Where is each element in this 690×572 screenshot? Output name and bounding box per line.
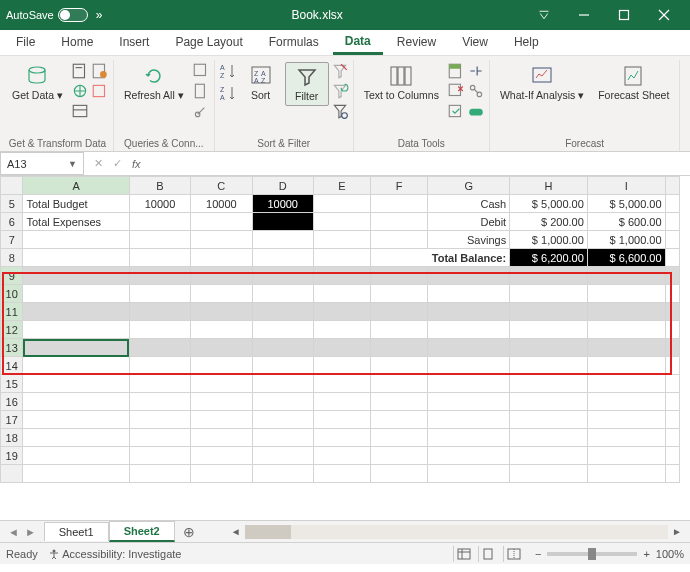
tab-nav[interactable]: ◄► (0, 526, 44, 538)
scroll-right-icon[interactable]: ► (672, 526, 682, 537)
tab-prev-icon[interactable]: ◄ (8, 526, 19, 538)
rowh-7[interactable]: 7 (1, 231, 23, 249)
row-16[interactable]: 16 (1, 393, 680, 411)
data-validation-icon[interactable] (447, 102, 465, 120)
row-8[interactable]: 8 Total Balance: $ 6,200.00 $ 6,600.00 (1, 249, 680, 267)
rowh-8[interactable]: 8 (1, 249, 23, 267)
tab-help[interactable]: Help (502, 30, 551, 55)
row-11[interactable]: 11 (1, 303, 680, 321)
quick-access-more-icon[interactable]: » (96, 8, 103, 22)
get-data-button[interactable]: Get Data ▾ (6, 62, 69, 104)
from-web-icon[interactable] (71, 82, 89, 100)
zoom-slider[interactable] (547, 552, 637, 556)
zoom-out-icon[interactable]: − (535, 548, 541, 560)
reapply-icon[interactable] (331, 82, 349, 100)
enter-icon[interactable]: ✓ (113, 157, 122, 170)
select-all[interactable] (1, 177, 23, 195)
row-14[interactable]: 14 (1, 357, 680, 375)
row-13[interactable]: 13 (1, 339, 680, 357)
minimize-button[interactable] (564, 0, 604, 30)
outline-button[interactable]: Outline ▾ (684, 62, 690, 104)
scroll-thumb[interactable] (245, 525, 291, 539)
active-cell[interactable] (23, 339, 129, 357)
tab-home[interactable]: Home (49, 30, 105, 55)
name-box-dropdown-icon[interactable]: ▼ (68, 159, 77, 169)
col-F[interactable]: F (371, 177, 428, 195)
data-model-icon[interactable] (467, 102, 485, 120)
zoom-control[interactable]: − + 100% (535, 548, 684, 560)
accessibility-status[interactable]: Accessibility: Investigate (48, 548, 182, 560)
tab-review[interactable]: Review (385, 30, 448, 55)
relationships-icon[interactable] (467, 82, 485, 100)
tab-formulas[interactable]: Formulas (257, 30, 331, 55)
autosave-toggle-icon[interactable] (58, 8, 88, 22)
tab-file[interactable]: File (4, 30, 47, 55)
remove-duplicates-icon[interactable] (447, 82, 465, 100)
col-I[interactable]: I (587, 177, 665, 195)
properties-icon[interactable] (192, 82, 210, 100)
col-G[interactable]: G (428, 177, 510, 195)
row-12[interactable]: 12 (1, 321, 680, 339)
scroll-track[interactable] (245, 525, 668, 539)
maximize-button[interactable] (604, 0, 644, 30)
col-H[interactable]: H (510, 177, 588, 195)
row-7[interactable]: 7 Savings $ 1,000.00 $ 1,000.00 (1, 231, 680, 249)
close-button[interactable] (644, 0, 684, 30)
consolidate-icon[interactable] (467, 62, 485, 80)
rowh-5[interactable]: 5 (1, 195, 23, 213)
row-10[interactable]: 10 (1, 285, 680, 303)
edit-links-icon[interactable] (192, 102, 210, 120)
col-B[interactable]: B (129, 177, 190, 195)
view-page-break-icon[interactable] (503, 546, 525, 562)
refresh-all-button[interactable]: Refresh All ▾ (118, 62, 190, 104)
tab-data[interactable]: Data (333, 29, 383, 55)
whatif-button[interactable]: What-If Analysis ▾ (494, 62, 590, 104)
row-6[interactable]: 6 Total Expenses Debit $ 200.00 $ 600.00 (1, 213, 680, 231)
col-D[interactable]: D (252, 177, 313, 195)
text-to-columns-button[interactable]: Text to Columns (358, 62, 445, 104)
tab-next-icon[interactable]: ► (25, 526, 36, 538)
col-E[interactable]: E (313, 177, 370, 195)
tab-insert[interactable]: Insert (107, 30, 161, 55)
from-table-icon[interactable] (71, 102, 89, 120)
sheet-tab-1[interactable]: Sheet1 (44, 522, 109, 541)
col-A[interactable]: A (23, 177, 129, 195)
clear-filter-icon[interactable] (331, 62, 349, 80)
recent-sources-icon[interactable] (91, 62, 109, 80)
zoom-value[interactable]: 100% (656, 548, 684, 560)
row-19[interactable]: 19 (1, 447, 680, 465)
name-box[interactable]: A13 ▼ (0, 152, 84, 175)
existing-conn-icon[interactable] (91, 82, 109, 100)
formula-input[interactable] (151, 152, 690, 175)
view-normal-icon[interactable] (453, 546, 475, 562)
rowh-6[interactable]: 6 (1, 213, 23, 231)
flash-fill-icon[interactable] (447, 62, 465, 80)
new-sheet-button[interactable]: ⊕ (175, 524, 203, 540)
h-scrollbar[interactable]: ◄ ► (223, 525, 690, 539)
row-18[interactable]: 18 (1, 429, 680, 447)
ribbon-display-icon[interactable] (524, 0, 564, 30)
row-15[interactable]: 15 (1, 375, 680, 393)
filter-button[interactable]: Filter (285, 62, 329, 106)
tab-page-layout[interactable]: Page Layout (163, 30, 254, 55)
row-5[interactable]: 5 Total Budget 10000 10000 10000 Cash $ … (1, 195, 680, 213)
autosave[interactable]: AutoSave (6, 8, 88, 22)
row-blank[interactable] (1, 465, 680, 483)
fx-icon[interactable]: fx (132, 158, 141, 170)
cancel-icon[interactable]: ✕ (94, 157, 103, 170)
zoom-in-icon[interactable]: + (643, 548, 649, 560)
col-C[interactable]: C (191, 177, 252, 195)
cell-grid[interactable]: A B C D E F G H I 5 Total Budget 10000 1… (0, 176, 680, 483)
sheet-tab-2[interactable]: Sheet2 (109, 521, 175, 542)
scroll-left-icon[interactable]: ◄ (231, 526, 241, 537)
advanced-icon[interactable] (331, 102, 349, 120)
tab-view[interactable]: View (450, 30, 500, 55)
sort-asc-icon[interactable]: AZ (219, 62, 237, 80)
sort-button[interactable]: ZAAZ Sort (239, 62, 283, 104)
forecast-sheet-button[interactable]: Forecast Sheet (592, 62, 675, 104)
queries-icon[interactable] (192, 62, 210, 80)
row-17[interactable]: 17 (1, 411, 680, 429)
from-text-icon[interactable] (71, 62, 89, 80)
row-9[interactable]: 9 (1, 267, 680, 285)
view-page-layout-icon[interactable] (478, 546, 500, 562)
